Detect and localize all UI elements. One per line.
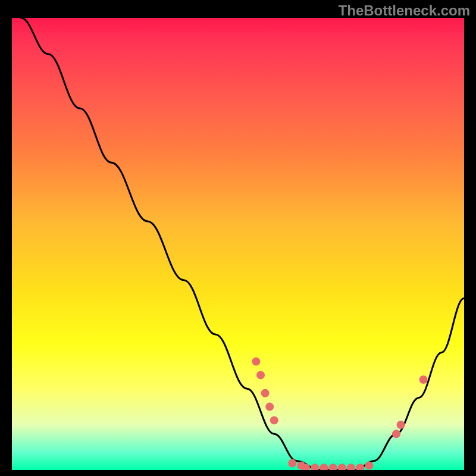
chart-svg xyxy=(12,18,464,470)
data-marker xyxy=(311,464,319,470)
curve-group xyxy=(21,18,464,470)
data-marker xyxy=(320,464,328,470)
data-marker xyxy=(252,358,260,366)
data-marker xyxy=(356,464,364,470)
data-marker xyxy=(288,459,296,468)
attribution-label: TheBottleneck.com xyxy=(339,2,470,19)
markers-group xyxy=(252,358,427,470)
data-marker xyxy=(397,421,405,429)
data-marker xyxy=(329,464,337,470)
data-marker xyxy=(256,371,265,379)
data-marker xyxy=(261,389,270,397)
data-marker xyxy=(392,430,400,438)
chart-container: TheBottleneck.com xyxy=(0,0,476,476)
bottleneck-curve xyxy=(21,18,464,470)
plot-area xyxy=(12,18,464,470)
data-marker xyxy=(338,464,346,470)
data-marker xyxy=(270,416,278,424)
data-marker xyxy=(265,403,274,411)
data-marker xyxy=(347,464,355,470)
data-marker xyxy=(365,461,373,469)
data-marker xyxy=(419,375,428,384)
